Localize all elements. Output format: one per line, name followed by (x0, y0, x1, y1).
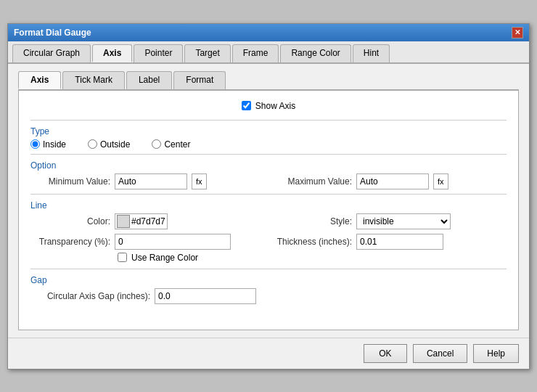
bottom-button-bar: OK Cancel Help (8, 338, 529, 369)
thickness-label: Thickness (inches): (272, 237, 352, 247)
use-range-color-label: Use Range Color (131, 253, 198, 263)
show-axis-label: Show Axis (255, 101, 295, 111)
color-hex-value: #d7d7d7 (131, 216, 165, 226)
line-section-label: Line (30, 200, 507, 211)
option-section-label: Option (30, 160, 507, 171)
format-dial-gauge-dialog: Format Dial Gauge ✕ Circular Graph Axis … (7, 23, 530, 369)
style-pair: Style: invisible solid dash dot (272, 213, 507, 229)
gap-divider (30, 269, 507, 269)
color-pair: Color: #d7d7d7 (30, 213, 265, 229)
circular-gap-input[interactable] (155, 288, 256, 304)
close-icon[interactable]: ✕ (512, 27, 523, 38)
min-value-pair: Minimum Value: fx (30, 173, 265, 189)
radio-center-label: Center (164, 139, 190, 150)
use-range-color-checkbox[interactable] (118, 253, 127, 262)
tab-pointer[interactable]: Pointer (134, 44, 183, 62)
type-radio-group: Inside Outside Center (30, 139, 507, 150)
radio-inside-label: Inside (43, 139, 66, 150)
style-select[interactable]: invisible solid dash dot (356, 213, 451, 229)
gap-section-label: Gap (30, 275, 507, 285)
title-bar: Format Dial Gauge ✕ (8, 24, 529, 41)
radio-center: Center (152, 139, 190, 150)
option-fields: Minimum Value: fx Maximum Value: fx (30, 173, 507, 189)
transparency-input[interactable] (115, 234, 231, 250)
max-value-label: Maximum Value: (272, 176, 352, 187)
tab-range-color[interactable]: Range Color (280, 44, 351, 62)
color-label: Color: (30, 216, 110, 226)
tab-hint[interactable]: Hint (353, 44, 390, 62)
max-value-pair: Maximum Value: fx (272, 173, 507, 189)
radio-outside-label: Outside (100, 139, 130, 150)
radio-outside: Outside (88, 139, 130, 150)
circular-gap-label: Circular Axis Gap (inches): (30, 291, 150, 301)
top-tab-bar: Circular Graph Axis Pointer Target Frame… (8, 41, 529, 64)
tab-target[interactable]: Target (184, 44, 230, 62)
inner-tab-format[interactable]: Format (173, 71, 226, 89)
style-label: Style: (272, 216, 352, 226)
circular-gap-pair: Circular Axis Gap (inches): (30, 288, 507, 304)
radio-inside-input[interactable] (30, 139, 40, 149)
color-input-row[interactable]: #d7d7d7 (115, 213, 168, 229)
use-range-color-row: Use Range Color (118, 253, 507, 263)
max-value-fx-button[interactable]: fx (433, 173, 448, 189)
inner-tab-label[interactable]: Label (126, 71, 172, 89)
line-fields: Color: #d7d7d7 Style: invisible solid da… (30, 213, 507, 250)
max-value-input[interactable] (356, 173, 429, 189)
show-axis-row: Show Axis (30, 101, 507, 111)
thickness-input[interactable] (356, 234, 443, 250)
help-button[interactable]: Help (473, 344, 519, 363)
min-value-label: Minimum Value: (30, 176, 110, 187)
type-divider (30, 120, 507, 121)
content-area: Axis Tick Mark Label Format Show Axis Ty… (8, 64, 529, 338)
radio-outside-input[interactable] (88, 139, 97, 149)
cancel-button[interactable]: Cancel (413, 344, 467, 363)
min-value-fx-button[interactable]: fx (192, 173, 207, 189)
option-divider (30, 154, 507, 155)
line-divider (30, 194, 507, 195)
show-axis-checkbox[interactable] (242, 101, 251, 110)
ok-button[interactable]: OK (364, 344, 407, 363)
thickness-pair: Thickness (inches): (272, 234, 507, 250)
inner-content-panel: Show Axis Type Inside Outside Center (18, 91, 519, 330)
tab-frame[interactable]: Frame (232, 44, 279, 62)
transparency-pair: Transparency (%): (30, 234, 265, 250)
inner-tab-tick-mark[interactable]: Tick Mark (62, 71, 125, 89)
radio-center-input[interactable] (152, 139, 161, 149)
color-preview-swatch (117, 215, 130, 228)
radio-inside: Inside (30, 139, 66, 150)
tab-axis[interactable]: Axis (92, 44, 132, 62)
inner-tab-axis[interactable]: Axis (18, 71, 61, 89)
type-section-label: Type (30, 126, 507, 136)
transparency-label: Transparency (%): (30, 237, 110, 247)
tab-circular-graph[interactable]: Circular Graph (12, 44, 91, 62)
dialog-title: Format Dial Gauge (14, 28, 91, 38)
inner-tab-bar: Axis Tick Mark Label Format (18, 71, 519, 91)
min-value-input[interactable] (115, 173, 187, 189)
